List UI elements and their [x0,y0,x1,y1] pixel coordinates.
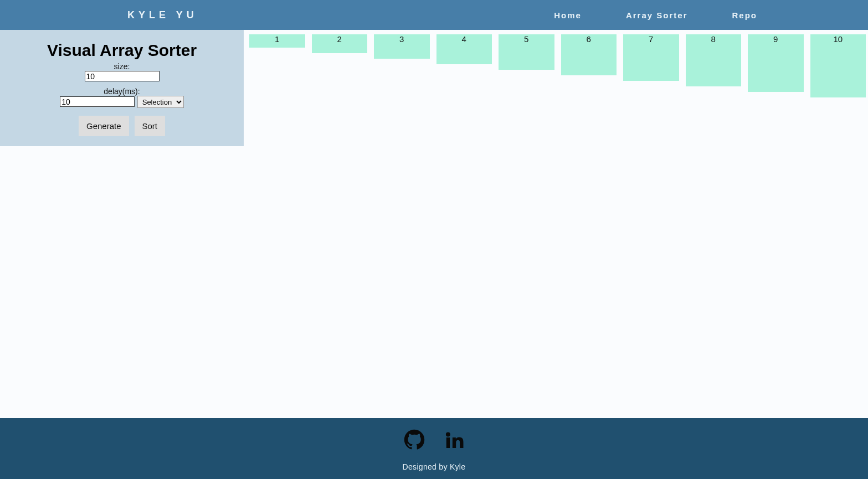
array-bar: 1 [249,34,305,48]
nav-link-array-sorter[interactable]: Array Sorter [626,11,688,20]
delay-input[interactable] [60,96,135,107]
bars-container: 12345678910 [244,30,868,97]
footer: Designed by Kyle [0,418,868,479]
array-bar: 9 [748,34,804,92]
array-bar: 6 [561,34,617,75]
array-bar: 10 [810,34,866,97]
footer-icons [0,429,868,452]
nav-links: Home Array Sorter Repo [554,11,757,20]
nav-link-repo[interactable]: Repo [732,11,758,20]
nav-link-home[interactable]: Home [554,11,582,20]
size-input[interactable] [85,71,160,81]
page-title: Visual Array Sorter [0,41,244,60]
sort-button[interactable]: Sort [135,116,166,136]
generate-button[interactable]: Generate [79,116,129,136]
footer-text: Designed by Kyle [0,462,868,471]
linkedin-icon[interactable] [444,429,465,452]
delay-label: delay(ms): [0,87,244,96]
algorithm-select[interactable]: Selection [137,96,184,108]
navbar: KYLE YU Home Array Sorter Repo [0,0,868,30]
array-bar: 7 [623,34,679,81]
content-area: Visual Array Sorter size: delay(ms): Sel… [0,30,868,418]
array-bar: 5 [499,34,554,70]
array-bar: 2 [312,34,368,53]
control-panel: Visual Array Sorter size: delay(ms): Sel… [0,30,244,146]
brand-title[interactable]: KYLE YU [127,9,198,21]
size-label: size: [0,62,244,71]
github-icon[interactable] [404,429,425,452]
array-bar: 4 [436,34,492,64]
array-bar: 3 [374,34,430,59]
array-bar: 8 [686,34,742,86]
